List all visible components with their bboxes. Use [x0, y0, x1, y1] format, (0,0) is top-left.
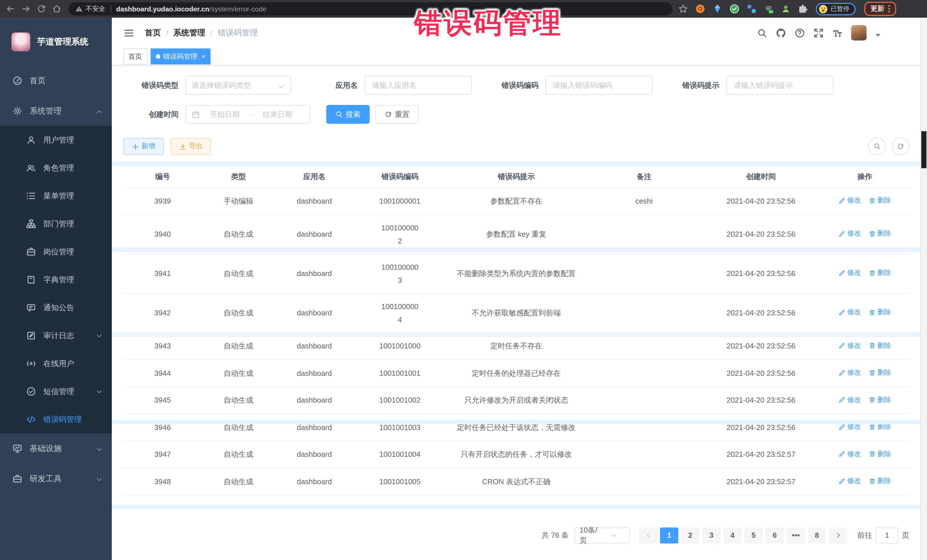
sidebar-item-15[interactable]: 研发工具	[0, 464, 112, 494]
browser-home-icon[interactable]	[52, 4, 62, 14]
row-delete-button[interactable]: 删除	[869, 420, 891, 433]
extension-check-icon[interactable]	[729, 4, 739, 14]
browser-address-bar[interactable]: 不安全 dashboard.yudao.iocoder.cn/system/er…	[68, 2, 673, 15]
prev-page-button[interactable]	[639, 527, 657, 543]
browser-reload-icon[interactable]	[36, 4, 46, 14]
app-logo[interactable]: 芋道管理系统	[0, 18, 112, 65]
github-icon[interactable]	[776, 28, 786, 38]
row-edit-button[interactable]: 修改	[839, 393, 861, 406]
sidebar-item-2[interactable]: 系统管理	[0, 96, 112, 126]
extension-orange-icon[interactable]	[695, 4, 705, 14]
page-button-8[interactable]: 8	[808, 527, 826, 543]
table-row[interactable]: 3939手动编辑dashboard1001000001参数配置不存在ceshi2…	[123, 187, 909, 214]
table-row[interactable]: 3943自动生成dashboard1001001000定时任务不存在2021-0…	[123, 332, 909, 360]
table-row[interactable]: 3941自动生成dashboard100100000 3不能删除类型为系统内置的…	[123, 254, 909, 293]
row-edit-button[interactable]: 修改	[839, 227, 861, 240]
more-pages-button[interactable]: •••	[787, 527, 805, 543]
sidebar-item-8[interactable]: 字典管理	[0, 266, 112, 294]
table-row[interactable]: 3947自动生成dashboard1001001004只有开启状态的任务，才可以…	[123, 441, 909, 468]
error-code-input[interactable]	[546, 76, 653, 95]
goto-page-input[interactable]	[876, 527, 898, 543]
avatar-caret-down-icon[interactable]	[875, 30, 881, 36]
toggle-search-button[interactable]	[868, 137, 886, 155]
search-button[interactable]: 搜索	[326, 105, 370, 124]
scrollbar-thumb[interactable]	[921, 131, 926, 168]
table-row[interactable]: 3944自动生成dashboard1001001001定时任务的处理器已经存在2…	[123, 360, 909, 387]
start-date-input[interactable]	[203, 109, 246, 119]
row-delete-button[interactable]: 删除	[869, 448, 891, 460]
row-delete-button[interactable]: 删除	[869, 339, 891, 352]
page-button-3[interactable]: 3	[702, 527, 720, 543]
sidebar-item-5[interactable]: 菜单管理	[0, 182, 112, 210]
page-button-4[interactable]: 4	[723, 527, 742, 543]
docs-help-icon[interactable]	[795, 28, 805, 38]
sidebar-toggle-icon[interactable]	[123, 27, 135, 38]
end-date-input[interactable]	[256, 109, 299, 119]
error-type-select[interactable]: 请选择错误码类型	[185, 76, 291, 95]
tab-close-icon[interactable]: ×	[201, 52, 205, 61]
table-row[interactable]: 3946自动生成dashboard1001001003定时任务已经处于该状态，无…	[123, 414, 909, 441]
sidebar-item-3[interactable]: 用户管理	[0, 126, 112, 154]
header-search-icon[interactable]	[757, 28, 767, 38]
sidebar-item-6[interactable]: 部门管理	[0, 210, 112, 238]
sidebar-item-4[interactable]: 角色管理	[0, 154, 112, 182]
row-edit-button[interactable]: 修改	[839, 194, 861, 207]
sidebar-item-7[interactable]: 岗位管理	[0, 238, 112, 266]
browser-update-button[interactable]: 更新	[864, 2, 896, 16]
extension-paused-badge[interactable]: 已暂停	[816, 3, 856, 15]
row-edit-button[interactable]: 修改	[839, 475, 861, 487]
app-name-input[interactable]	[365, 76, 472, 95]
tab-error-code[interactable]: 错误码管理 ×	[150, 49, 211, 64]
row-delete-button[interactable]: 删除	[869, 194, 891, 207]
row-edit-button[interactable]: 修改	[839, 420, 861, 433]
extension-gem-icon[interactable]	[713, 4, 722, 14]
refresh-table-button[interactable]	[892, 137, 909, 155]
row-delete-button[interactable]: 删除	[869, 393, 891, 406]
breadcrumb-item-1[interactable]: 首页	[145, 28, 161, 38]
add-button[interactable]: 新增	[123, 138, 164, 155]
table-row[interactable]: 3945自动生成dashboard1001001002只允许修改为开启或者关闭状…	[123, 387, 909, 414]
create-time-range-picker[interactable]: -	[185, 105, 310, 124]
font-size-icon[interactable]	[832, 28, 843, 38]
fullscreen-icon[interactable]	[813, 28, 824, 38]
browser-forward-icon[interactable]	[21, 4, 31, 14]
page-button-6[interactable]: 6	[766, 527, 784, 543]
row-edit-button[interactable]: 修改	[839, 267, 861, 280]
bookmark-star-icon[interactable]	[678, 4, 688, 14]
next-page-button[interactable]	[829, 527, 847, 543]
extension-grid-icon[interactable]	[747, 4, 757, 14]
browser-back-icon[interactable]	[6, 4, 15, 14]
row-edit-button[interactable]: 修改	[839, 448, 861, 460]
page-button-5[interactable]: 5	[745, 527, 763, 543]
row-edit-button[interactable]: 修改	[839, 366, 861, 379]
page-button-2[interactable]: 2	[681, 527, 699, 543]
sidebar-item-14[interactable]: 基础设施	[0, 433, 112, 464]
table-row[interactable]: 3940自动生成dashboard100100000 2参数配置 key 重复2…	[123, 214, 909, 254]
page-scrollbar[interactable]	[920, 18, 927, 560]
table-row[interactable]: 3942自动生成dashboard100100000 4不允许获取敏感配置到前端…	[123, 293, 909, 332]
error-msg-input[interactable]	[726, 76, 833, 95]
sidebar-item-11[interactable]: 在线用户	[0, 349, 112, 378]
sidebar-item-9[interactable]: 通知公告	[0, 294, 112, 322]
browser-menu-dots-icon[interactable]	[888, 5, 890, 12]
row-edit-button[interactable]: 修改	[839, 339, 861, 352]
user-avatar[interactable]	[851, 25, 866, 41]
row-delete-button[interactable]: 删除	[869, 267, 891, 280]
breadcrumb-item-2[interactable]: 系统管理	[173, 28, 205, 38]
row-delete-button[interactable]: 删除	[869, 306, 891, 319]
row-delete-button[interactable]: 删除	[869, 227, 891, 240]
sidebar-item-10[interactable]: 审计日志	[0, 322, 112, 349]
row-edit-button[interactable]: 修改	[839, 306, 861, 319]
sidebar-item-13[interactable]: 错误码管理	[0, 405, 112, 433]
tab-home[interactable]: 首页	[123, 49, 147, 64]
export-button[interactable]: 导出	[170, 138, 211, 155]
extension-switch-icon[interactable]: on	[764, 4, 774, 14]
extension-person-icon[interactable]	[781, 4, 791, 14]
sidebar-item-1[interactable]: 首页	[0, 65, 112, 96]
sidebar-item-12[interactable]: 短信管理	[0, 378, 112, 405]
extensions-puzzle-icon[interactable]	[798, 4, 808, 14]
table-row[interactable]: 3948自动生成dashboard1001001005CRON 表达式不正确20…	[123, 468, 909, 495]
reset-button[interactable]: 重置	[375, 105, 419, 124]
page-button-1[interactable]: 1	[660, 527, 678, 543]
page-size-select[interactable]: 10条/页	[574, 527, 630, 543]
